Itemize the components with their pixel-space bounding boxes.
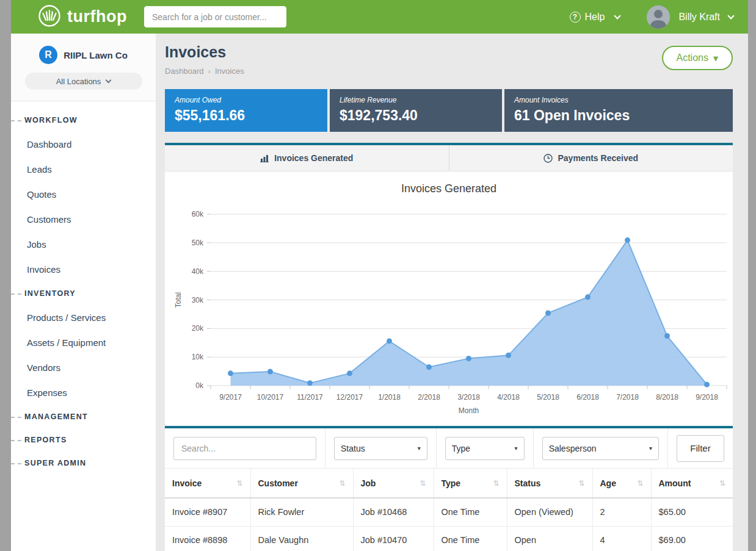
sidebar-item-dashboard[interactable]: Dashboard [11,132,156,157]
stat-value: $55,161.66 [175,107,318,124]
section-dash-icon [11,120,21,121]
brand-logo[interactable]: turfhop [38,4,127,30]
svg-text:0k: 0k [195,381,204,390]
cell-status: Open (Viewed) [507,498,592,526]
sidebar-item-vendors[interactable]: Vendors [11,355,156,380]
sidebar-section-super-admin[interactable]: SUPER ADMIN [11,452,156,475]
sidebar-item-quotes[interactable]: Quotes [11,182,156,207]
salesperson-select[interactable]: Salesperson ▾ [542,437,659,460]
column-header-customer[interactable]: Customer⇅ [250,469,353,498]
caret-down-icon: ▾ [515,445,518,452]
locations-label: All Locations [56,77,101,86]
sidebar-item-jobs[interactable]: Jobs [11,232,156,257]
cell-invoice[interactable]: Invoice #8907 [165,498,250,526]
sidebar-item-expenses[interactable]: Expenses [11,380,156,405]
chart-panel: Invoices GeneratedPayments Received Invo… [165,143,733,426]
tab-payments-received[interactable]: Payments Received [449,145,733,171]
cell-job[interactable]: Job #10468 [353,498,434,526]
person-icon [647,5,670,29]
clock-icon [543,154,553,163]
stat-value: 61 Open Invoices [514,107,723,124]
column-header-job[interactable]: Job⇅ [353,469,434,498]
column-header-status[interactable]: Status⇅ [507,469,592,498]
stat-label: Lifetime Revenue [340,96,492,104]
stat-label: Amount Invoices [514,96,723,104]
top-bar: turfhop ? Help Billy Kraft [11,0,748,34]
type-select-value: Type [452,444,470,453]
app-window: turfhop ? Help Billy Kraft R [11,0,748,551]
sidebar-item-products-services[interactable]: Products / Services [11,305,156,330]
sidebar-section-management[interactable]: MANAGEMENT [11,405,156,428]
svg-text:Total: Total [174,292,183,308]
breadcrumb-item[interactable]: Invoices [215,67,244,76]
column-header-age[interactable]: Age⇅ [592,469,651,498]
company-row: R RIIPL Lawn Co [11,46,156,64]
user-name[interactable]: Billy Kraft [678,12,720,23]
cell-age: 4 [592,526,651,551]
tab-label: Invoices Generated [274,153,353,163]
column-header-amount[interactable]: Amount⇅ [651,469,733,498]
stats-row: Amount Owed$55,161.66Lifetime Revenue$19… [165,89,733,132]
cell-type: One Time [434,526,507,551]
section-dash-icon [11,463,21,464]
help-menu[interactable]: ? Help [570,12,620,23]
column-label: Amount [659,478,691,488]
sidebar-section-reports[interactable]: REPORTS [11,428,156,452]
column-label: Invoice [172,478,202,488]
svg-text:Invoices Generated: Invoices Generated [401,182,496,195]
cell-customer[interactable]: Rick Fowler [250,498,353,526]
sidebar-item-leads[interactable]: Leads [11,157,156,182]
caret-down-icon: ▾ [418,445,421,452]
tab-label: Payments Received [558,153,638,163]
company-badge-icon: R [39,46,57,64]
company-name: RIIPL Lawn Co [64,50,128,60]
filter-button-cell: Filter [668,428,733,468]
cell-amount: $65.00 [651,498,733,526]
tab-invoices-generated[interactable]: Invoices Generated [165,145,449,171]
sidebar-section-workflow[interactable]: WORKFLOW [11,109,156,132]
breadcrumb: Dashboard›Invoices [165,67,733,76]
filter-status-cell: Status ▾ [325,428,437,468]
actions-label: Actions [677,52,708,63]
svg-text:5/2018: 5/2018 [537,393,559,402]
brand-name: turfhop [67,7,127,26]
svg-text:3/2018: 3/2018 [457,393,480,402]
type-select[interactable]: Type ▾ [445,437,525,460]
svg-text:10k: 10k [192,353,204,361]
stat-card-amount-invoices: Amount Invoices61 Open Invoices [504,89,733,132]
svg-text:60k: 60k [192,210,204,218]
actions-button[interactable]: Actions ▾ [662,46,733,70]
status-select[interactable]: Status ▾ [334,437,427,460]
filter-type-cell: Type ▾ [437,428,534,468]
column-header-invoice[interactable]: Invoice⇅ [165,469,250,498]
cell-job[interactable]: Job #10470 [353,526,434,551]
page-header: Invoices Dashboard›Invoices Actions ▾ [165,34,733,76]
sidebar-nav: WORKFLOWDashboardLeadsQuotesCustomersJob… [11,101,156,475]
filter-button[interactable]: Filter [677,435,724,462]
section-dash-icon [11,294,21,295]
svg-text:9/2017: 9/2017 [219,393,242,402]
main-content: Invoices Dashboard›Invoices Actions ▾ Am… [156,34,748,551]
column-header-type[interactable]: Type⇅ [434,469,507,498]
table-search-input[interactable] [173,437,316,460]
sidebar-section-inventory[interactable]: INVENTORY [11,282,156,305]
global-search-input[interactable] [144,6,286,27]
filter-salesperson-cell: Salesperson ▾ [534,428,668,468]
chevron-down-icon [614,12,621,19]
column-label: Customer [258,478,298,488]
breadcrumb-item[interactable]: Dashboard [165,67,204,76]
locations-dropdown[interactable]: All Locations [25,73,142,90]
sidebar-item-invoices[interactable]: Invoices [11,257,156,282]
cell-invoice[interactable]: Invoice #8898 [165,526,250,551]
cell-customer[interactable]: Dale Vaughn [250,526,353,551]
table-row: Invoice #8907Rick FowlerJob #10468One Ti… [165,498,733,526]
sidebar-item-assets-equipment[interactable]: Assets / Equipment [11,330,156,355]
sidebar-item-customers[interactable]: Customers [11,207,156,232]
cell-status: Open [507,526,592,551]
user-avatar[interactable] [647,5,670,29]
chevron-down-icon[interactable] [727,12,734,19]
breadcrumb-separator: › [208,67,211,76]
filter-bar: Status ▾ Type ▾ Salesperson ▾ [165,428,733,469]
grass-logo-icon [38,4,61,30]
invoices-table: Invoice⇅Customer⇅Job⇅Type⇅Status⇅Age⇅Amo… [165,469,733,551]
